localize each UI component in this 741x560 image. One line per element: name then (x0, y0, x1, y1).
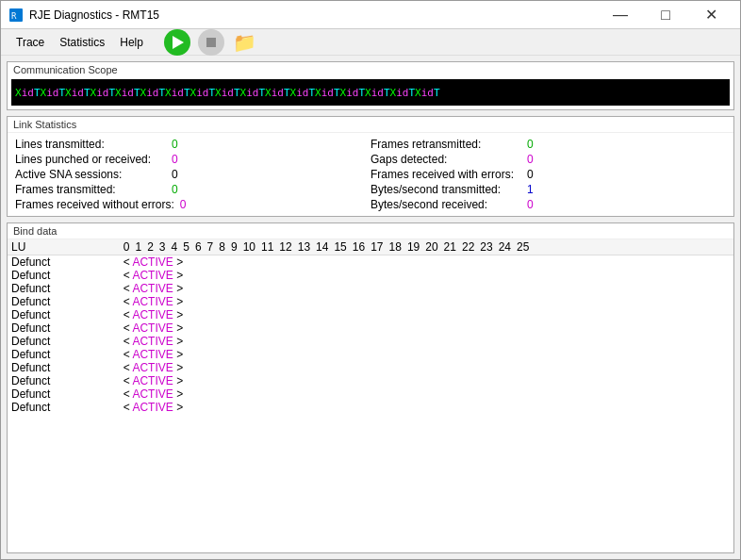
bind-table-header: LU 0 1 2 3 4 5 6 7 (8, 239, 733, 255)
bind-table-wrap[interactable]: LU 0 1 2 3 4 5 6 7 (8, 239, 733, 552)
status-cell: < ACTIVE > (120, 401, 733, 414)
col-20: 20 (425, 240, 437, 254)
status-cell: < ACTIVE > (120, 361, 733, 374)
minimize-button[interactable]: — (599, 2, 642, 28)
stat-label-frames-no-errors: Frames received without errors: (15, 198, 174, 211)
stat-row-sna-sessions: Active SNA sessions: 0 (15, 167, 370, 182)
col-1: 1 (135, 240, 141, 254)
table-row: Defunct< ACTIVE > (8, 348, 733, 361)
folder-icon: 📁 (233, 31, 256, 54)
stat-row-bytes-sec-received: Bytes/second received: 0 (370, 197, 726, 212)
svg-text:R: R (11, 11, 17, 21)
col-11: 11 (261, 240, 273, 254)
window-title: RJE Diagnostics - RMT15 (29, 8, 159, 22)
table-row: Defunct< ACTIVE > (8, 321, 733, 335)
stat-label-lines-transmitted: Lines transmitted: (15, 138, 166, 151)
status-cell: < ACTIVE > (120, 282, 733, 295)
status-cell: < ACTIVE > (120, 321, 733, 335)
bind-table: LU 0 1 2 3 4 5 6 7 (8, 239, 733, 414)
stat-label-gaps-detected: Gaps detected: (370, 153, 521, 166)
main-window: R RJE Diagnostics - RMT15 — □ ✕ Trace St… (0, 0, 741, 560)
scope-display: XidTXidTXidTXidTXidTXidTXidTXidTXidTXidT… (11, 79, 730, 106)
table-row: Defunct< ACTIVE > (8, 308, 733, 321)
col-18: 18 (389, 240, 402, 254)
col-3: 3 (159, 240, 166, 254)
stat-value-lines-transmitted: 0 (172, 138, 178, 151)
menu-help[interactable]: Help (112, 32, 151, 53)
menu-trace[interactable]: Trace (8, 32, 52, 53)
scope-content: XidTXidTXidTXidTXidTXidTXidTXidTXidTXidT… (15, 87, 440, 99)
stat-row-frames-with-errors: Frames received with errors: 0 (370, 167, 726, 182)
table-row: Defunct< ACTIVE > (8, 295, 733, 308)
play-triangle-icon (173, 36, 184, 49)
col-5: 5 (183, 240, 189, 254)
title-left: R RJE Diagnostics - RMT15 (8, 8, 159, 23)
table-row: Defunct< ACTIVE > (8, 282, 733, 295)
stats-grid: Lines transmitted: 0 Lines punched or re… (8, 133, 733, 216)
title-controls: — □ ✕ (599, 2, 733, 28)
status-cell: < ACTIVE > (120, 348, 733, 361)
stat-label-frames-retransmitted: Frames retransmitted: (370, 138, 521, 151)
maximize-button[interactable]: □ (644, 2, 687, 28)
lu-cell: Defunct (8, 374, 120, 387)
scope-panel: Communication Scope XidTXidTXidTXidTXidT… (7, 61, 734, 110)
col-25: 25 (517, 240, 529, 254)
status-cell: < ACTIVE > (120, 335, 733, 348)
status-cell: < ACTIVE > (120, 387, 733, 401)
open-folder-button[interactable]: 📁 (230, 29, 260, 56)
col-7: 7 (207, 240, 214, 254)
stats-panel: Link Statistics Lines transmitted: 0 Lin… (7, 116, 734, 217)
col-12: 12 (279, 240, 291, 254)
col-23: 23 (480, 240, 492, 254)
lu-cell: Defunct (8, 269, 120, 282)
bind-data-panel: Bind data LU 0 1 2 3 4 (7, 222, 734, 553)
col-17: 17 (370, 240, 383, 254)
stat-row-frames-transmitted: Frames transmitted: 0 (15, 182, 370, 197)
col-lu: LU (8, 239, 120, 255)
table-row: Defunct< ACTIVE > (8, 374, 733, 387)
stat-row-frames-no-errors: Frames received without errors: 0 (15, 197, 370, 212)
stop-button[interactable] (196, 27, 226, 58)
play-button[interactable] (162, 27, 192, 58)
stats-panel-title: Link Statistics (8, 117, 733, 133)
stop-circle-icon (198, 29, 224, 56)
stat-label-bytes-sec-received: Bytes/second received: (370, 198, 521, 211)
lu-cell: Defunct (8, 308, 120, 321)
menu-statistics[interactable]: Statistics (52, 32, 112, 53)
col-19: 19 (407, 240, 420, 254)
stat-row-lines-transmitted: Lines transmitted: 0 (15, 137, 370, 152)
lu-cell: Defunct (8, 255, 120, 270)
stat-label-lines-punched: Lines punched or received: (15, 153, 166, 166)
status-cell: < ACTIVE > (120, 374, 733, 387)
stat-value-frames-with-errors: 0 (527, 168, 534, 181)
stat-value-gaps-detected: 0 (527, 153, 534, 166)
table-row: Defunct< ACTIVE > (8, 387, 733, 401)
lu-cell: Defunct (8, 321, 120, 335)
stat-label-sna-sessions: Active SNA sessions: (15, 168, 166, 181)
col-13: 13 (298, 240, 310, 254)
stats-right: Frames retransmitted: 0 Gaps detected: 0… (370, 137, 726, 212)
stat-value-frames-no-errors: 0 (180, 198, 187, 211)
status-cell: < ACTIVE > (120, 269, 733, 282)
stat-value-bytes-sec-transmitted: 1 (527, 183, 534, 196)
bind-table-body: Defunct< ACTIVE >Defunct< ACTIVE >Defunc… (8, 255, 733, 415)
col-15: 15 (334, 240, 346, 254)
app-icon: R (8, 8, 24, 23)
stat-label-frames-transmitted: Frames transmitted: (15, 183, 166, 196)
status-cell: < ACTIVE > (120, 295, 733, 308)
table-row: Defunct< ACTIVE > (8, 255, 733, 270)
stats-left: Lines transmitted: 0 Lines punched or re… (15, 137, 370, 212)
stat-row-bytes-sec-transmitted: Bytes/second transmitted: 1 (370, 182, 726, 197)
close-button[interactable]: ✕ (689, 2, 733, 28)
status-cell: < ACTIVE > (120, 308, 733, 321)
col-21: 21 (444, 240, 456, 254)
table-row: Defunct< ACTIVE > (8, 401, 733, 414)
stat-label-bytes-sec-transmitted: Bytes/second transmitted: (370, 183, 521, 196)
lu-cell: Defunct (8, 335, 120, 348)
stat-label-frames-with-errors: Frames received with errors: (370, 168, 521, 181)
lu-cell: Defunct (8, 361, 120, 374)
lu-cell: Defunct (8, 401, 120, 414)
col-24: 24 (499, 240, 511, 254)
lu-cell: Defunct (8, 295, 120, 308)
stat-value-frames-retransmitted: 0 (527, 138, 534, 151)
